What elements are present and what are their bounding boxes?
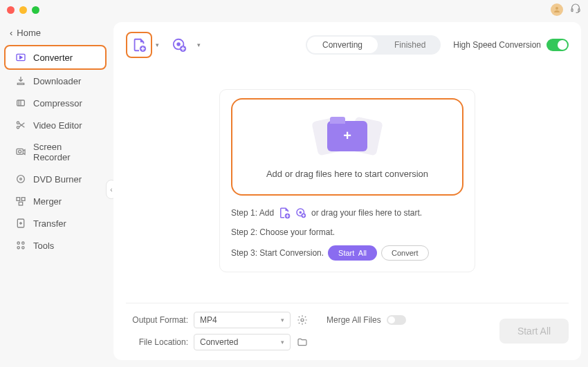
svg-point-15 [17, 242, 19, 244]
add-disc-icon [172, 37, 187, 53]
svg-point-18 [22, 247, 24, 249]
svg-point-21 [177, 43, 180, 46]
toolbar: ▾ ▾ Converting Finished High Speed Conve… [126, 32, 569, 58]
add-disc-button[interactable]: ▾ [166, 32, 192, 58]
sidebar-item-tools[interactable]: Tools [6, 234, 105, 256]
recorder-icon [15, 147, 26, 158]
compressor-icon [15, 97, 26, 109]
transfer-icon [15, 218, 26, 229]
home-back-button[interactable]: ‹ Home [0, 25, 111, 45]
tools-icon [15, 240, 26, 251]
tab-finished[interactable]: Finished [379, 35, 441, 55]
home-label: Home [17, 28, 41, 38]
minimize-window-button[interactable] [19, 6, 27, 14]
sidebar: ‹ Home Converter Downloader Compressor V… [0, 19, 111, 367]
window-controls [7, 6, 39, 14]
file-location-label: File Location: [126, 337, 188, 347]
folder-illustration: + [309, 112, 385, 160]
svg-rect-12 [21, 198, 25, 201]
svg-rect-1 [571, 9, 573, 12]
titlebar [0, 0, 588, 19]
disc-icon [15, 173, 26, 185]
output-settings-button[interactable] [296, 314, 309, 326]
svg-point-25 [300, 211, 301, 213]
step-text: Step 3: Start Conversion. [231, 248, 324, 258]
svg-rect-11 [17, 198, 20, 201]
main-panel: ▾ ▾ Converting Finished High Speed Conve… [113, 22, 581, 360]
add-file-button[interactable]: ▾ [126, 32, 152, 58]
tab-converting[interactable]: Converting [307, 37, 378, 53]
close-window-button[interactable] [7, 6, 15, 14]
chevron-left-icon: ‹ [10, 28, 12, 38]
chevron-down-icon: ▾ [197, 41, 201, 48]
sidebar-item-label: Video Editor [33, 120, 82, 131]
step-2: Step 2: Choose your format. [231, 227, 463, 237]
chevron-down-icon: ▾ [156, 41, 159, 48]
chevron-down-icon: ▾ [281, 339, 284, 346]
sidebar-item-merger[interactable]: Merger [6, 190, 105, 212]
svg-rect-2 [578, 9, 580, 12]
svg-rect-13 [19, 202, 22, 205]
svg-point-0 [555, 7, 558, 10]
headset-icon [570, 3, 581, 14]
output-format-select[interactable]: MP4 ▾ [194, 312, 291, 328]
sidebar-item-label: Converter [33, 53, 73, 63]
dropzone-text: Add or drag files here to start conversi… [266, 169, 428, 179]
user-icon [553, 6, 561, 14]
step-3: Step 3: Start Conversion. Start All Conv… [231, 245, 463, 261]
high-speed-label: High Speed Conversion [453, 40, 541, 50]
sidebar-item-label: DVD Burner [33, 174, 82, 185]
select-value: Converted [200, 337, 238, 347]
open-folder-button[interactable] [296, 336, 309, 348]
add-disc-icon [295, 207, 307, 219]
high-speed-toggle[interactable] [546, 39, 569, 51]
add-file-icon [278, 207, 291, 219]
svg-point-10 [20, 178, 22, 180]
merge-files-label: Merge All Files [327, 315, 381, 325]
gear-icon [297, 314, 308, 326]
sidebar-item-compressor[interactable]: Compressor [6, 92, 105, 114]
bottom-bar: Output Format: MP4 ▾ Merge All Files Fil… [126, 303, 569, 350]
maximize-window-button[interactable] [32, 6, 39, 14]
downloader-icon [15, 75, 26, 86]
steps-list: Step 1: Add or drag your files here to s… [231, 207, 463, 261]
chevron-down-icon: ▾ [281, 317, 284, 323]
sidebar-item-label: Screen Recorder [33, 142, 95, 162]
status-tabs: Converting Finished [306, 35, 441, 55]
scissors-icon [15, 120, 26, 131]
sidebar-item-transfer[interactable]: Transfer [6, 212, 105, 234]
sidebar-item-screen-recorder[interactable]: Screen Recorder [6, 136, 105, 168]
svg-point-27 [301, 319, 304, 321]
sidebar-item-downloader[interactable]: Downloader [6, 70, 105, 92]
start-all-button[interactable]: Start All [499, 319, 569, 344]
add-file-icon [131, 37, 147, 53]
start-all-small-button[interactable]: Start All [328, 245, 377, 261]
merge-files-toggle[interactable] [387, 315, 406, 325]
sidebar-item-label: Downloader [33, 76, 81, 86]
svg-rect-7 [17, 149, 23, 154]
support-button[interactable] [570, 3, 581, 17]
svg-point-8 [19, 150, 21, 153]
user-avatar-button[interactable] [551, 3, 563, 16]
sidebar-item-converter[interactable]: Converter [4, 45, 107, 70]
step-text: Step 1: Add [231, 208, 274, 218]
file-dropzone[interactable]: + Add or drag files here to start conver… [231, 98, 463, 196]
sidebar-item-video-editor[interactable]: Video Editor [6, 114, 105, 136]
plus-icon: + [343, 128, 351, 144]
svg-point-9 [17, 176, 25, 183]
sidebar-item-label: Tools [33, 241, 54, 251]
converter-icon [15, 52, 26, 63]
file-location-select[interactable]: Converted ▾ [194, 334, 291, 350]
svg-point-16 [22, 242, 24, 244]
convert-button[interactable]: Convert [381, 245, 429, 261]
sidebar-item-label: Compressor [33, 98, 82, 109]
step-text: or drag your files here to start. [311, 208, 422, 218]
chevron-left-icon: ‹ [110, 186, 112, 194]
sidebar-item-dvd-burner[interactable]: DVD Burner [6, 168, 105, 190]
step-text: Step 2: Choose your format. [231, 227, 335, 237]
folder-icon [297, 337, 308, 348]
output-format-label: Output Format: [126, 315, 188, 325]
step-1: Step 1: Add or drag your files here to s… [231, 207, 463, 219]
merger-icon [15, 196, 26, 207]
dropzone-card: + Add or drag files here to start conver… [219, 89, 475, 272]
